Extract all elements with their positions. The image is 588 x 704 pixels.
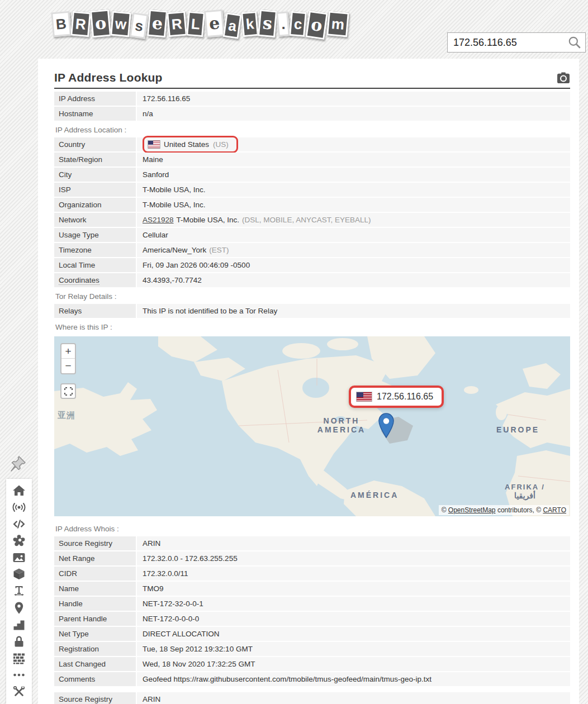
row-label: Local Time: [54, 258, 136, 272]
table-row: Handle NET-172-32-0-0-1: [54, 597, 570, 611]
annotation-box-country: United States (US): [143, 136, 238, 153]
sidebar-item-webrtc-image[interactable]: [12, 551, 26, 564]
broadcast-icon: [12, 501, 26, 514]
network-org: T-Mobile USA, Inc.: [177, 216, 240, 224]
map-zoom-control: + −: [60, 343, 76, 374]
row-label: Registration: [54, 642, 136, 656]
title-bar: IP Address Lookup: [54, 71, 570, 89]
row-label: ISP: [54, 183, 136, 197]
row-label: Timezone: [54, 243, 136, 257]
row-label: Net Type: [54, 627, 136, 641]
section-heading-tor: Tor Relay Details :: [54, 288, 570, 304]
row-value: Cellular: [137, 228, 570, 242]
table-row: ISP T-Mobile USA, Inc.: [54, 183, 570, 197]
sidebar-item-tools[interactable]: [12, 685, 26, 698]
content-panel: IP Address Lookup IP Address 172.56.116.…: [38, 59, 579, 704]
row-value: 43.4393,-70.7742: [137, 273, 570, 287]
sidebar-item-content-filters[interactable]: [12, 651, 26, 665]
tools-icon: [12, 685, 26, 698]
sidebar-item-webgl[interactable]: [12, 568, 26, 581]
table-row: Hostname n/a: [54, 107, 570, 121]
table-row: State/Region Maine: [54, 153, 570, 167]
more-dots-icon: [12, 668, 26, 682]
code-icon: [12, 517, 26, 531]
table-row: CIDR 172.32.0.0/11: [54, 567, 570, 581]
sidebar-item-geolocation[interactable]: [12, 601, 26, 615]
table-row: Parent Handle NET-172-0-0-0-0: [54, 612, 570, 626]
features-bars-icon: [12, 618, 26, 631]
home-icon: [12, 484, 26, 497]
row-label: Organization: [54, 198, 136, 212]
section-heading-location: IP Address Location :: [54, 122, 570, 137]
row-value: This IP is not identified to be a Tor Re…: [137, 304, 570, 318]
table-row: IP Address 172.56.116.65: [54, 92, 570, 106]
osm-link[interactable]: OpenStreetMap: [448, 506, 496, 514]
search-icon[interactable]: [567, 35, 582, 50]
table-row: Organization T-Mobile USA, Inc.: [54, 198, 570, 212]
section-heading-whois: IP Address Whois :: [54, 521, 570, 536]
table-row: Net Type DIRECT ALLOCATION: [54, 627, 570, 641]
table-row-coordinates: Coordinates 43.4393,-70.7742: [54, 273, 570, 287]
sidebar-item-ssl[interactable]: [12, 635, 26, 648]
asn-link[interactable]: AS21928: [143, 216, 174, 224]
fonts-icon: [12, 584, 26, 598]
geolocation-pin-icon: [12, 601, 26, 615]
row-label: Source Registry: [54, 692, 136, 704]
table-row: Comments Geofeed https://raw.githubuserc…: [54, 672, 570, 686]
camera-icon[interactable]: [557, 72, 570, 84]
table-row-network: Network AS21928 T-Mobile USA, Inc. (DSL,…: [54, 213, 570, 227]
sidebar-item-more[interactable]: [12, 668, 26, 682]
canvas-splat-icon: [12, 534, 26, 548]
table-row-timezone: Timezone America/New_York (EST): [54, 243, 570, 257]
whois-block-divider: [54, 687, 570, 692]
row-label: IP Address: [54, 92, 136, 106]
table-row: Registration Tue, 18 Sep 2012 19:32:10 G…: [54, 642, 570, 656]
row-value: ARIN: [137, 536, 570, 550]
table-row: City Sanford: [54, 168, 570, 182]
table-row: Net Range 172.32.0.0 - 172.63.255.255: [54, 551, 570, 565]
row-label: Hostname: [54, 107, 136, 121]
row-label: Comments: [54, 672, 136, 686]
sidebar-item-ip[interactable]: [12, 501, 26, 514]
sidebar-item-home[interactable]: [12, 484, 26, 497]
sidebar-item-javascript[interactable]: [12, 517, 26, 531]
coordinates-tooltip-label[interactable]: Coordinates: [59, 276, 99, 285]
sidebar-item-features[interactable]: [12, 618, 26, 631]
row-value: Sanford: [137, 168, 570, 182]
row-value: NET-172-32-0-0-1: [137, 597, 570, 611]
carto-link[interactable]: CARTO: [543, 506, 566, 514]
sidebar-item-fonts[interactable]: [12, 584, 26, 598]
popup-ip: 172.56.116.65: [377, 392, 433, 402]
row-value: TMO9: [137, 582, 570, 596]
row-value: 172.32.0.0/11: [137, 567, 570, 581]
pushpin-icon[interactable]: [9, 455, 27, 473]
row-value: Geofeed https://raw.githubusercontent.co…: [137, 672, 570, 686]
table-row: Source Registry ARIN: [54, 536, 570, 550]
row-value: n/a: [137, 107, 570, 121]
map[interactable]: + − 亚洲 NORTH AMERICA EUROPE AMÉRICA AFRI…: [54, 336, 570, 516]
zoom-out-button[interactable]: −: [61, 359, 75, 373]
row-label: Usage Type: [54, 228, 136, 242]
row-label: CIDR: [54, 567, 136, 581]
page-title: IP Address Lookup: [54, 71, 163, 84]
search-input[interactable]: [448, 37, 567, 49]
image-icon: [12, 551, 26, 564]
row-label: Parent Handle: [54, 612, 136, 626]
row-value: 172.56.116.65: [137, 92, 570, 106]
country-name: United States: [164, 140, 209, 149]
row-label: Name: [54, 582, 136, 596]
bricks-icon: [12, 651, 26, 665]
map-attribution: © OpenStreetMap contributors, © CARTO: [439, 505, 569, 515]
table-row: Usage Type Cellular: [54, 228, 570, 242]
sidebar-item-canvas[interactable]: [12, 534, 26, 548]
site-logo[interactable]: BRowseRLeaks.com: [51, 10, 349, 37]
row-value: NET-172-0-0-0-0: [137, 612, 570, 626]
fullscreen-button[interactable]: [60, 383, 76, 399]
ssl-lock-icon: [12, 635, 26, 648]
search-box: [447, 32, 586, 53]
webgl-cube-icon: [12, 568, 26, 581]
row-label: State/Region: [54, 153, 136, 167]
map-popup[interactable]: 172.56.116.65: [349, 386, 444, 408]
map-marker-icon[interactable]: [378, 413, 394, 438]
zoom-in-button[interactable]: +: [61, 344, 75, 359]
